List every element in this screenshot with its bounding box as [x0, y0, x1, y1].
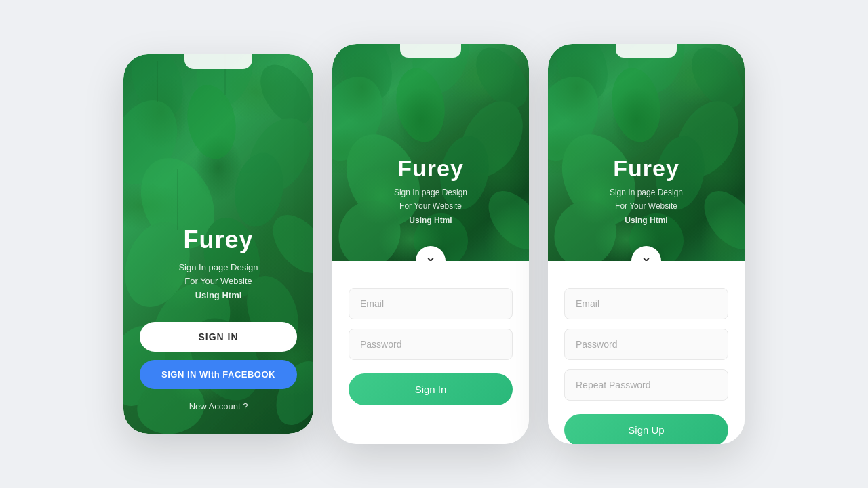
card2-close-button[interactable]: × — [416, 246, 446, 261]
card3-top-text: Furey Sign In page Design For Your Websi… — [548, 155, 745, 227]
card1-content: Furey Sign In page Design For Your Websi… — [123, 226, 313, 434]
card3-form: Sign Up — [548, 261, 745, 444]
card2-notch — [400, 44, 461, 58]
card2-top-image: Furey Sign In page Design For Your Websi… — [332, 44, 529, 261]
card2-form: Sign In — [332, 261, 529, 444]
card2-app-title: Furey — [332, 155, 529, 182]
card2-subtitle: Sign In page Design For Your Website Usi… — [332, 186, 529, 227]
card2-top-text: Furey Sign In page Design For Your Websi… — [332, 155, 529, 227]
card1-app-title: Furey — [140, 226, 297, 254]
card3-notch — [616, 44, 677, 58]
screens-container: Furey Sign In page Design For Your Websi… — [123, 44, 745, 444]
card2-password-input[interactable] — [349, 329, 513, 360]
card3-subtitle: Sign In page Design For Your Website Usi… — [548, 186, 745, 227]
card3-close-button[interactable]: × — [631, 246, 661, 261]
card3-signup-button[interactable]: Sign Up — [564, 414, 728, 444]
card1-notch — [184, 54, 252, 69]
card-2-phone: Furey Sign In page Design For Your Websi… — [332, 44, 529, 444]
card2-close-wrapper: × — [416, 246, 446, 261]
new-account-link[interactable]: New Account ? — [189, 401, 248, 411]
card3-app-title: Furey — [548, 155, 745, 182]
signin-button[interactable]: SIGN IN — [140, 322, 297, 352]
card3-close-wrapper: × — [631, 246, 661, 261]
card1-subtitle: Sign In page Design For Your Website Usi… — [140, 261, 297, 303]
card2-email-input[interactable] — [349, 288, 513, 319]
card3-top-image: Furey Sign In page Design For Your Websi… — [548, 44, 745, 261]
card-1-phone: Furey Sign In page Design For Your Websi… — [123, 54, 313, 434]
leaf-pattern-2 — [332, 44, 529, 261]
card3-repeat-password-input[interactable] — [564, 369, 728, 401]
facebook-signin-button[interactable]: SIGN IN WIth FACEBOOK — [140, 360, 297, 389]
leaf-pattern-3 — [548, 44, 745, 261]
card-3-phone: Furey Sign In page Design For Your Websi… — [548, 44, 745, 444]
card3-password-input[interactable] — [564, 329, 728, 360]
card3-email-input[interactable] — [564, 288, 728, 319]
card2-signin-button[interactable]: Sign In — [349, 373, 513, 405]
